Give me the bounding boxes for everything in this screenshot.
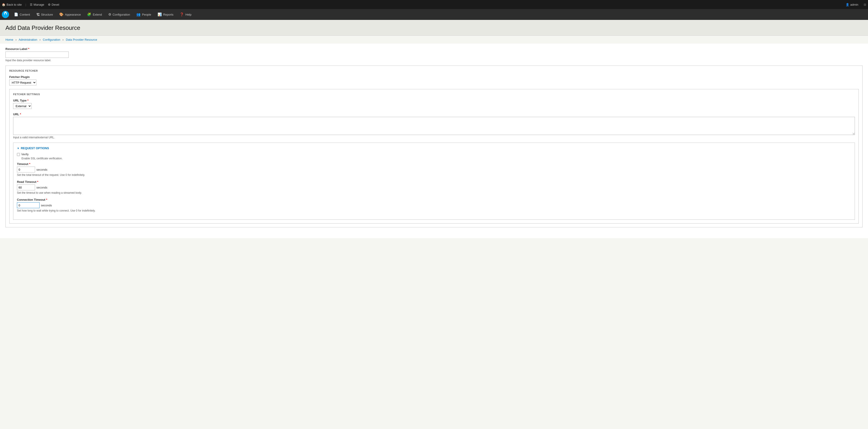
svg-point-3 [5,13,6,15]
admin-user-link[interactable]: 👤 admin [846,3,858,6]
required-star-url: * [20,113,21,116]
breadcrumb-data-provider-resource[interactable]: Data Provider Resource [66,38,97,41]
resource-fetcher-title: RESOURCE FETCHER [9,69,859,72]
connection-timeout-description: Set how long to wait while trying to con… [17,209,851,212]
request-options-section: ▼ REQUEST OPTIONS Verify Enable SSL cert… [13,143,855,220]
collapse-button[interactable]: ⊟ [864,3,866,6]
verify-checkbox[interactable] [17,153,20,156]
nav-structure[interactable]: 🏗 Structure [33,9,56,20]
menu-icon: ☰ [30,3,33,6]
resource-label-input[interactable] [5,52,69,58]
home-icon: 🏠 [2,3,5,6]
request-options-toggle[interactable]: ▼ REQUEST OPTIONS [17,147,851,150]
read-timeout-inline-row: seconds [17,184,851,190]
reports-icon: 📊 [158,12,162,17]
manage-link[interactable]: ☰ Manage [30,3,44,6]
nav-help[interactable]: ❓ Help [177,9,195,20]
fetcher-plugin-label: Fetcher Plugin [9,75,859,79]
nav-reports[interactable]: 📊 Reports [154,9,177,20]
verify-label: Verify [21,153,29,156]
required-star-read-timeout: * [37,180,38,184]
read-timeout-unit: seconds [36,186,47,189]
timeout-input[interactable] [17,166,35,173]
fetcher-plugin-select[interactable]: HTTP Request [9,80,36,86]
page-title: Add Data Provider Resource [5,24,863,31]
textarea-resize-handle[interactable]: ⤡ [852,132,855,134]
arrow-icon: ▼ [17,147,20,150]
timeout-group: Timeout * seconds Set the total timeout … [17,162,851,177]
resource-label-description: Input the data provider resource label. [5,59,863,62]
connection-timeout-inline-row: seconds [17,202,851,208]
structure-icon: 🏗 [36,13,40,17]
required-star-url-type: * [27,99,29,102]
devel-icon: ⚙ [48,3,51,6]
url-textarea[interactable] [13,117,855,135]
user-icon: 👤 [846,3,849,6]
fetcher-settings-section: FETCHER SETTINGS URL Type * External Int… [9,89,859,223]
configuration-icon: ⚙ [108,12,111,17]
help-icon: ❓ [180,12,184,17]
connection-timeout-group: Connection Timeout * seconds Set how lon… [17,198,851,212]
required-star-connection-timeout: * [46,198,47,202]
people-icon: 👥 [136,12,141,17]
timeout-label: Timeout * [17,162,851,166]
appearance-icon: 🎨 [59,12,64,17]
connection-timeout-unit: seconds [41,204,52,207]
verify-checkbox-row: Verify [17,153,851,156]
breadcrumb-administration[interactable]: Administration [19,38,37,41]
connection-timeout-input[interactable] [17,202,39,208]
nav-content[interactable]: 📄 Content [11,9,33,20]
url-type-label: URL Type * [13,99,855,102]
connection-timeout-label: Connection Timeout * [17,198,851,202]
read-timeout-label: Read Timeout * [17,180,851,184]
nav-people[interactable]: 👥 People [133,9,154,20]
url-group: URL * ⤡ Input a valid internal/external … [13,113,855,139]
read-timeout-description: Set the timeout to use when reading a st… [17,191,851,194]
url-type-group: URL Type * External Internal [13,99,855,109]
timeout-inline-row: seconds [17,166,851,173]
nav-configuration[interactable]: ⚙ Configuration [105,9,133,20]
content-icon: 📄 [14,12,18,17]
resource-fetcher-section: RESOURCE FETCHER Fetcher Plugin HTTP Req… [5,66,863,227]
content-area: Resource Label * Input the data provider… [0,43,868,238]
nav-appearance[interactable]: 🎨 Appearance [56,9,84,20]
devel-link[interactable]: ⚙ Devel [48,3,59,6]
url-textarea-wrapper: ⤡ [13,117,855,135]
admin-user-area: 👤 admin ⊟ [846,3,866,6]
nav-extend[interactable]: 🧩 Extend [84,9,105,20]
fetcher-plugin-group: Fetcher Plugin HTTP Request [9,75,859,86]
url-type-select[interactable]: External Internal [13,103,32,109]
timeout-unit: seconds [36,168,47,171]
drupal-logo[interactable] [1,10,10,19]
main-nav: 📄 Content 🏗 Structure 🎨 Appearance 🧩 Ext… [0,9,868,20]
required-star-resource-label: * [28,47,29,51]
resource-label-label: Resource Label * [5,47,863,51]
extend-icon: 🧩 [87,12,91,17]
read-timeout-input[interactable] [17,184,35,190]
timeout-description: Set the total timeout of the request. Us… [17,173,851,177]
back-to-site-link[interactable]: 🏠 Back to site [2,3,22,6]
url-label: URL * [13,113,855,116]
admin-bar: 🏠 Back to site | ☰ Manage ⚙ Devel 👤 admi… [0,0,868,9]
required-star-timeout: * [29,162,30,166]
page-header: Add Data Provider Resource [0,20,868,36]
verify-description: Enable SSL certificate verification. [22,157,851,160]
breadcrumb: Home » Administration » Configuration » … [0,36,868,43]
url-description: Input a valid internal/external URL. [13,136,855,139]
fetcher-settings-title: FETCHER SETTINGS [13,93,855,96]
breadcrumb-configuration[interactable]: Configuration [43,38,60,41]
resource-label-group: Resource Label * Input the data provider… [5,47,863,62]
read-timeout-group: Read Timeout * seconds Set the timeout t… [17,180,851,194]
breadcrumb-home[interactable]: Home [5,38,13,41]
